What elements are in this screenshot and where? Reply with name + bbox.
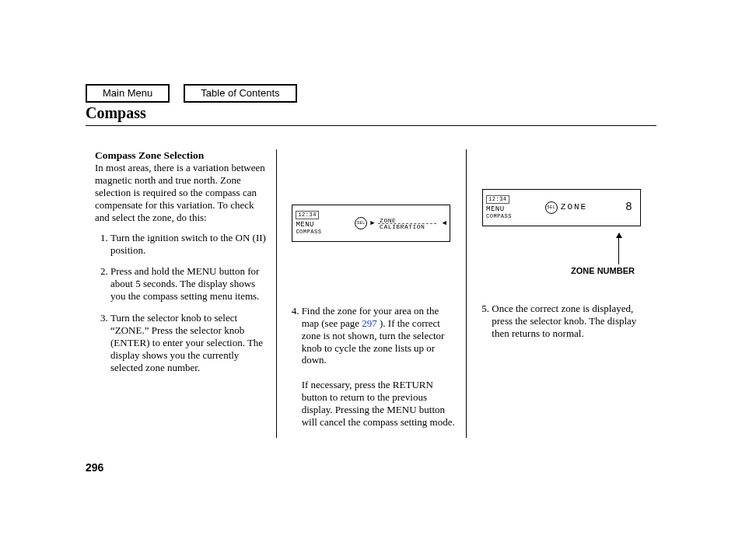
intro-text: In most areas, there is a variation betw… <box>95 162 265 222</box>
lcd-display-2: 12:34 MENU COMPASS SEL ZONE 8 <box>482 189 641 226</box>
document-page: Main Menu Table of Contents Compass Comp… <box>0 0 742 505</box>
step-5-item: Once the correct zone is displayed, pres… <box>492 303 647 340</box>
step4-text-c: If necessary, press the RETURN button to… <box>302 379 455 428</box>
content-columns: Compass Zone Selection In most areas, th… <box>86 149 656 438</box>
step-5: Once the correct zone is displayed, pres… <box>476 303 647 340</box>
figure-1: 12:34 MENU COMPASS SEL ▶ ZONE CALIBRATIO… <box>286 149 457 297</box>
toc-button[interactable]: Table of Contents <box>184 84 296 103</box>
lcd-menu-label: MENU <box>296 221 352 229</box>
arrow-up-icon <box>618 233 619 264</box>
lcd-clock: 12:34 <box>486 195 509 204</box>
column-2: 12:34 MENU COMPASS SEL ▶ ZONE CALIBRATIO… <box>276 149 467 438</box>
step-1: Turn the ignition switch to the ON (II) … <box>110 232 267 257</box>
subheading: Compass Zone Selection <box>95 149 204 161</box>
page-ref-link[interactable]: 297 <box>362 317 377 329</box>
column-3: 12:34 MENU COMPASS SEL ZONE 8 ZONE NUMBE… <box>466 149 656 438</box>
lcd-menu-label: MENU <box>486 205 543 214</box>
steps-1-3: Turn the ignition switch to the ON (II) … <box>95 232 267 374</box>
lcd-display-1: 12:34 MENU COMPASS SEL ▶ ZONE CALIBRATIO… <box>292 205 450 242</box>
nav-row: Main Menu Table of Contents <box>86 84 297 103</box>
selector-dial-icon: SEL <box>355 217 367 229</box>
lcd-clock: 12:34 <box>296 211 319 219</box>
step-4-item: Find the zone for your area on the map (… <box>302 305 457 429</box>
step-2: Press and hold the MENU button for about… <box>110 265 267 303</box>
figure-2: 12:34 MENU COMPASS SEL ZONE 8 <box>476 149 647 266</box>
zone-number-pointer: ZONE NUMBER <box>476 266 647 276</box>
lcd-calibration-text: CALIBRATION <box>380 224 425 230</box>
lcd-compass-label: COMPASS <box>296 229 352 236</box>
step-3: Turn the selector knob to select “ZONE.”… <box>110 312 267 373</box>
title-rule <box>86 125 656 126</box>
lcd-zone-big: ZONE <box>561 202 587 212</box>
step-4: Find the zone for your area on the map (… <box>286 305 457 429</box>
page-number: 296 <box>86 461 656 474</box>
selector-dial-icon: SEL <box>545 201 558 214</box>
main-menu-button[interactable]: Main Menu <box>86 84 170 103</box>
column-1: Compass Zone Selection In most areas, th… <box>86 149 276 438</box>
lcd-zone-number: 8 <box>625 201 632 214</box>
zone-number-label: ZONE NUMBER <box>476 266 635 276</box>
lcd-compass-label: COMPASS <box>486 213 543 220</box>
page-title: Compass <box>86 104 656 122</box>
